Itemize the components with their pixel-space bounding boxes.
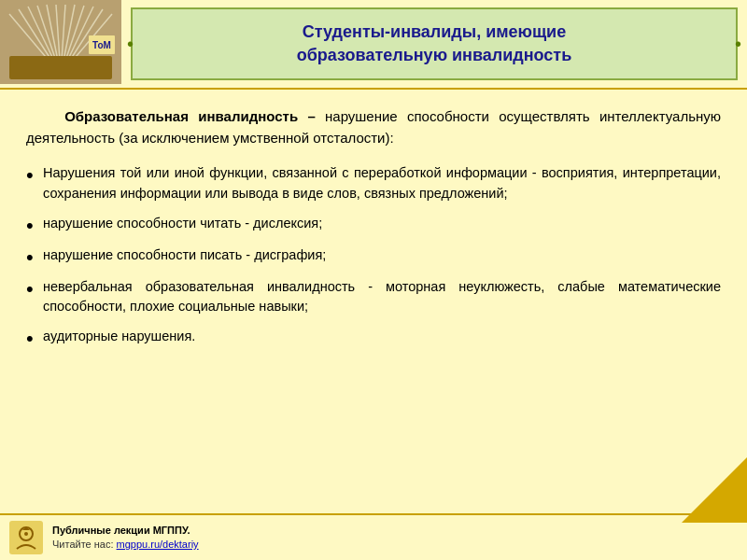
bullet-text: нарушение способности писать - дисграфия… xyxy=(43,245,721,266)
list-item: • нарушение способности писать - дисграф… xyxy=(26,245,721,268)
bullet-icon: • xyxy=(26,247,43,268)
footer-text: Публичные лекции МГППУ. Читайте нас: mgp… xyxy=(52,524,199,553)
svg-point-18 xyxy=(24,532,28,536)
main-content: Образовательная инвалидность – нарушение… xyxy=(0,90,747,513)
footer: Публичные лекции МГППУ. Читайте нас: mgp… xyxy=(0,513,747,560)
list-item: • нарушение способности читать - дислекс… xyxy=(26,214,721,236)
svg-text:ToM: ToM xyxy=(92,40,111,50)
list-item: • аудиторные нарушения. xyxy=(26,327,721,349)
bullet-icon: • xyxy=(26,279,43,300)
intro-bold: Образовательная инвалидность – xyxy=(64,108,316,124)
bullet-list: • Нарушения той или иной функции, связан… xyxy=(26,163,721,349)
bullet-icon: • xyxy=(26,216,43,236)
book-illustration: ToM xyxy=(0,0,121,84)
intro-paragraph: Образовательная инвалидность – нарушение… xyxy=(26,106,721,148)
bullet-icon: • xyxy=(26,165,43,186)
bullet-text: аудиторные нарушения. xyxy=(43,327,721,347)
header: ToM Студенты-инвалиды, имеющие образоват… xyxy=(0,0,747,90)
slide-title: Студенты-инвалиды, имеющие образовательн… xyxy=(297,21,571,67)
list-item: • невербальная образовательная инвалидно… xyxy=(26,277,721,318)
bullet-text: нарушение способности читать - дислексия… xyxy=(43,214,721,234)
bullet-icon: • xyxy=(26,329,43,349)
triangle-decoration xyxy=(682,457,747,523)
mgppu-logo-icon xyxy=(9,521,43,554)
footer-link[interactable]: mgppu.ru/dektariy xyxy=(117,539,199,550)
bullet-text: Нарушения той или иной функции, связанно… xyxy=(43,163,721,204)
svg-rect-13 xyxy=(9,56,112,79)
header-image: ToM xyxy=(0,0,121,88)
header-title-box: Студенты-инвалиды, имеющие образовательн… xyxy=(131,7,738,80)
bullet-text: невербальная образовательная инвалидност… xyxy=(43,277,721,318)
footer-url-prefix: Читайте нас: xyxy=(52,539,117,550)
list-item: • Нарушения той или иной функции, связан… xyxy=(26,163,721,204)
footer-institution: Публичные лекции МГППУ. xyxy=(52,524,199,538)
footer-url-line: Читайте нас: mgppu.ru/dektariy xyxy=(52,538,199,552)
slide: ToM Студенты-инвалиды, имеющие образоват… xyxy=(0,0,747,560)
footer-logo xyxy=(9,521,43,554)
svg-rect-16 xyxy=(9,521,43,554)
